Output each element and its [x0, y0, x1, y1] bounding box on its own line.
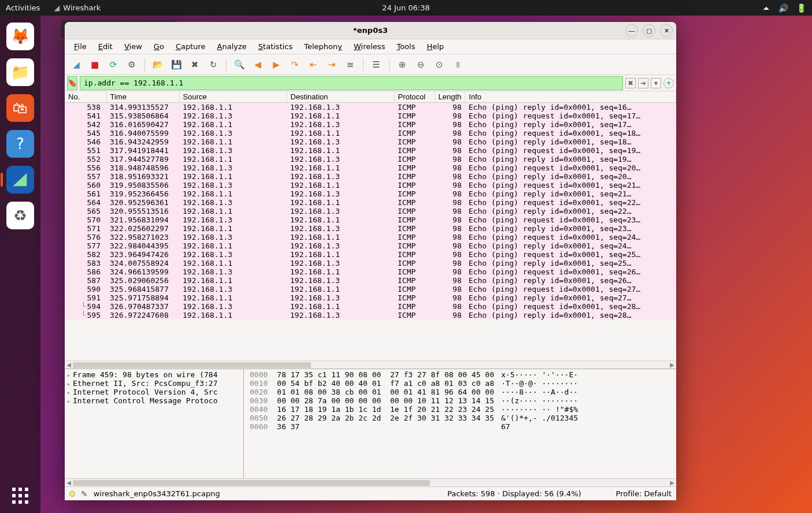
packet-row[interactable]: 564320.952596361192.168.1.3192.168.1.1IC…	[65, 198, 676, 207]
packet-row[interactable]: 595326.972247608192.168.1.1192.168.1.3IC…	[65, 311, 676, 319]
menu-go[interactable]: Go	[149, 40, 169, 53]
autoscroll-button[interactable]: ≡	[342, 57, 358, 73]
menu-view[interactable]: View	[120, 40, 147, 53]
packet-row[interactable]: 557318.951693321192.168.1.1192.168.1.3IC…	[65, 172, 676, 181]
capture-stop-button[interactable]: ■	[87, 57, 103, 73]
filter-history-button[interactable]: ▾	[651, 78, 661, 88]
packet-row[interactable]: 560319.950835506192.168.1.3192.168.1.1IC…	[65, 181, 676, 189]
hex-bytes-row[interactable]: 01 01 08 00 38 cb 00 01 00 01 41 81 96 6…	[277, 388, 494, 396]
packet-row[interactable]: 594326.970487337192.168.1.3192.168.1.1IC…	[65, 302, 676, 311]
activities-button[interactable]: Activities	[6, 3, 40, 12]
details-pane[interactable]: Frame 459: 98 bytes on wire (784Ethernet…	[65, 369, 244, 478]
dock-software[interactable]: 🛍	[6, 94, 34, 122]
packet-row[interactable]: 541315.938506864192.168.1.3192.168.1.1IC…	[65, 111, 676, 120]
filter-bookmark-icon[interactable]: 🔖	[67, 76, 77, 90]
header-info[interactable]: Info	[465, 91, 676, 103]
dock-files[interactable]: 📁	[6, 58, 34, 86]
show-applications[interactable]	[0, 488, 40, 504]
menu-edit[interactable]: Edit	[94, 40, 117, 53]
resize-columns-button[interactable]: ⫴	[450, 57, 466, 73]
header-no[interactable]: No.	[65, 91, 106, 103]
menu-tools[interactable]: Tools	[392, 40, 420, 53]
header-length[interactable]: Length	[435, 91, 465, 103]
packet-row[interactable]: 582323.964947426192.168.1.3192.168.1.1IC…	[65, 250, 676, 259]
header-destination[interactable]: Destination	[287, 91, 394, 103]
save-file-button[interactable]: 💾	[168, 57, 184, 73]
app-indicator[interactable]: ◢ Wireshark	[54, 3, 101, 12]
packet-row[interactable]: 586324.966139599192.168.1.3192.168.1.1IC…	[65, 267, 676, 276]
details-line[interactable]: Ethernet II, Src: PcsCompu_f3:27	[67, 379, 241, 388]
dock-trash[interactable]: ♻	[6, 202, 34, 229]
hex-pane[interactable]: 0000001000200030004000500060 78 17 35 c1…	[244, 369, 676, 478]
go-forward-button[interactable]: ▶	[268, 57, 284, 73]
filter-apply-button[interactable]: ➔	[638, 78, 648, 88]
packet-row[interactable]: 590325.968415877192.168.1.3192.168.1.1IC…	[65, 285, 676, 293]
packet-row[interactable]: 556318.948748596192.168.1.3192.168.1.1IC…	[65, 163, 676, 172]
packet-list-pane[interactable]: No. Time Source Destination Protocol Len…	[65, 91, 676, 360]
clock[interactable]: 24 Jun 06:38	[382, 3, 430, 12]
packet-row[interactable]: 577322.984044395192.168.1.1192.168.1.3IC…	[65, 241, 676, 250]
hex-bytes-row[interactable]: 36 37	[277, 422, 494, 431]
dock-firefox[interactable]: 🦊	[6, 23, 34, 50]
packet-row[interactable]: 570321.956831094192.168.1.3192.168.1.1IC…	[65, 215, 676, 224]
battery-icon[interactable]: 🔋	[796, 3, 806, 13]
reload-button[interactable]: ↻	[205, 57, 221, 73]
menu-analyze[interactable]: Analyze	[213, 40, 251, 53]
packet-row[interactable]: 587325.029060256192.168.1.1192.168.1.3IC…	[65, 276, 676, 285]
packet-row[interactable]: 591325.971758894192.168.1.1192.168.1.3IC…	[65, 293, 676, 302]
packet-row[interactable]: 545316.940075599192.168.1.3192.168.1.1IC…	[65, 129, 676, 137]
menu-capture[interactable]: Capture	[171, 40, 210, 53]
packet-row[interactable]: 551317.941918441192.168.1.3192.168.1.1IC…	[65, 146, 676, 155]
packet-row[interactable]: 576322.958271023192.168.1.3192.168.1.1IC…	[65, 233, 676, 241]
details-line[interactable]: Internet Control Message Protoco	[67, 396, 241, 405]
jump-button[interactable]: ↷	[287, 57, 303, 73]
menu-wireless[interactable]: Wireless	[349, 40, 390, 53]
header-source[interactable]: Source	[179, 91, 287, 103]
dock-help[interactable]: ?	[6, 130, 34, 158]
menu-help[interactable]: Help	[422, 40, 448, 53]
packet-row[interactable]: 542316.016590427192.168.1.1192.168.1.3IC…	[65, 120, 676, 129]
close-button[interactable]: ✕	[660, 24, 673, 37]
packet-row[interactable]: 561319.952366456192.168.1.1192.168.1.3IC…	[65, 189, 676, 198]
go-first-button[interactable]: ⇤	[305, 57, 321, 73]
find-button[interactable]: 🔍	[231, 57, 247, 73]
filter-add-button[interactable]: +	[663, 78, 674, 88]
go-back-button[interactable]: ◀	[250, 57, 266, 73]
maximize-button[interactable]: ▢	[643, 24, 655, 37]
minimize-button[interactable]: —	[625, 24, 638, 37]
hex-bytes-row[interactable]: 16 17 18 19 1a 1b 1c 1d 1e 1f 20 21 22 2…	[277, 405, 494, 414]
capture-start-button[interactable]: ◢	[68, 57, 84, 73]
zoom-in-button[interactable]: ⊕	[394, 57, 410, 73]
expert-info-icon[interactable]	[69, 491, 75, 497]
details-line[interactable]: Frame 459: 98 bytes on wire (784	[67, 370, 241, 379]
capture-restart-button[interactable]: ⟳	[105, 57, 121, 73]
hex-bytes-row[interactable]: 78 17 35 c1 11 90 08 00 27 f3 27 8f 08 0…	[277, 370, 494, 379]
hex-bytes-row[interactable]: 26 27 28 29 2a 2b 2c 2d 2e 2f 30 31 32 3…	[277, 414, 494, 422]
network-icon[interactable]: ⏶	[762, 3, 770, 13]
header-protocol[interactable]: Protocol	[394, 91, 435, 103]
zoom-reset-button[interactable]: ⊙	[431, 57, 447, 73]
zoom-out-button[interactable]: ⊖	[413, 57, 429, 73]
volume-icon[interactable]: 🔊	[778, 3, 788, 13]
menu-telephony[interactable]: Telephony	[299, 40, 347, 53]
close-file-button[interactable]: ✖	[187, 57, 203, 73]
display-filter-input[interactable]	[80, 76, 623, 90]
capture-options-button[interactable]: ⚙	[124, 57, 140, 73]
status-profile[interactable]: Profile: Default	[616, 489, 672, 498]
details-line[interactable]: Internet Protocol Version 4, Src	[67, 388, 241, 396]
packet-row[interactable]: 538314.993135527192.168.1.1192.168.1.3IC…	[65, 103, 676, 112]
packet-row[interactable]: 552317.944527789192.168.1.1192.168.1.3IC…	[65, 155, 676, 163]
packet-row[interactable]: 565320.955513516192.168.1.1192.168.1.3IC…	[65, 207, 676, 215]
go-last-button[interactable]: ⇥	[324, 57, 340, 73]
hex-bytes-row[interactable]: 00 54 bf b2 40 00 40 01 f7 a1 c0 a8 01 0…	[277, 379, 494, 388]
hex-bytes-row[interactable]: 00 00 28 7a 00 00 00 00 00 00 10 11 12 1…	[277, 396, 494, 405]
packet-row[interactable]: 571322.025602297192.168.1.1192.168.1.3IC…	[65, 224, 676, 233]
dock-wireshark[interactable]	[6, 166, 34, 194]
open-file-button[interactable]: 📂	[150, 57, 166, 73]
packet-row[interactable]: 583324.007558924192.168.1.1192.168.1.3IC…	[65, 259, 676, 267]
menu-statistics[interactable]: Statistics	[254, 40, 297, 53]
edit-capture-icon[interactable]: ✎	[81, 489, 88, 499]
filter-clear-button[interactable]: ✖	[625, 78, 636, 88]
colorize-button[interactable]: ☰	[368, 57, 384, 73]
menu-file[interactable]: File	[69, 40, 91, 53]
